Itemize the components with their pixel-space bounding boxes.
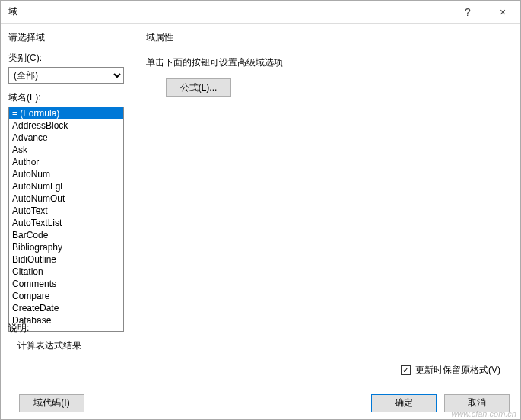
category-label: 类别(C): xyxy=(8,52,124,65)
formula-button[interactable]: 公式(L)... xyxy=(166,78,231,97)
field-list-item[interactable]: Bibliography xyxy=(9,241,123,253)
description-text: 计算表达式结果 xyxy=(8,339,81,352)
field-list-item[interactable]: Author xyxy=(9,156,123,168)
titlebar: 域 ? × xyxy=(1,1,520,24)
field-list-item[interactable]: AutoNumOut xyxy=(9,192,123,205)
right-pane: 域属性 单击下面的按钮可设置高级域选项 公式(L)... ✓ 更新时保留原格式(… xyxy=(132,24,520,386)
field-list-item[interactable]: Compare xyxy=(9,290,123,302)
field-list-item[interactable]: BidiOutline xyxy=(9,253,123,266)
field-codes-button[interactable]: 域代码(I) xyxy=(19,394,84,412)
description-block: 说明: 计算表达式结果 xyxy=(8,322,81,352)
checkbox-icon: ✓ xyxy=(401,365,411,375)
help-button[interactable]: ? xyxy=(450,1,485,24)
cancel-button[interactable]: 取消 xyxy=(444,394,510,412)
field-list-item[interactable]: AutoTextList xyxy=(9,217,123,229)
field-list-item[interactable]: AutoNum xyxy=(9,168,123,180)
field-list-item[interactable]: Citation xyxy=(9,266,123,278)
select-field-label: 请选择域 xyxy=(8,31,124,44)
field-listbox[interactable]: = (Formula)AddressBlockAdvanceAskAuthorA… xyxy=(8,107,124,332)
hint-text: 单击下面的按钮可设置高级域选项 xyxy=(146,56,507,69)
field-props-label: 域属性 xyxy=(146,31,507,44)
field-list-item[interactable]: Comments xyxy=(9,278,123,290)
window-title: 域 xyxy=(8,5,450,18)
preserve-label: 更新时保留原格式(V) xyxy=(415,364,500,377)
field-list-item[interactable]: Ask xyxy=(9,144,123,156)
field-list-item[interactable]: BarCode xyxy=(9,229,123,241)
fieldname-label: 域名(F): xyxy=(8,91,124,104)
ok-button[interactable]: 确定 xyxy=(371,394,437,412)
field-list-item[interactable]: AddressBlock xyxy=(9,119,123,132)
field-list-item[interactable]: CreateDate xyxy=(9,302,123,314)
description-label: 说明: xyxy=(8,322,81,335)
category-select[interactable]: (全部) xyxy=(8,67,124,84)
field-list-item[interactable]: Advance xyxy=(9,132,123,144)
close-button[interactable]: × xyxy=(485,1,520,24)
content: 请选择域 类别(C): (全部) 域名(F): = (Formula)Addre… xyxy=(1,24,520,386)
field-list-item[interactable]: = (Formula) xyxy=(9,107,123,119)
field-list-item[interactable]: AutoNumLgl xyxy=(9,180,123,192)
preserve-format-checkbox[interactable]: ✓ 更新时保留原格式(V) xyxy=(401,364,500,377)
field-list-item[interactable]: AutoText xyxy=(9,205,123,217)
bottom-bar: 域代码(I) 确定 取消 xyxy=(1,386,520,419)
